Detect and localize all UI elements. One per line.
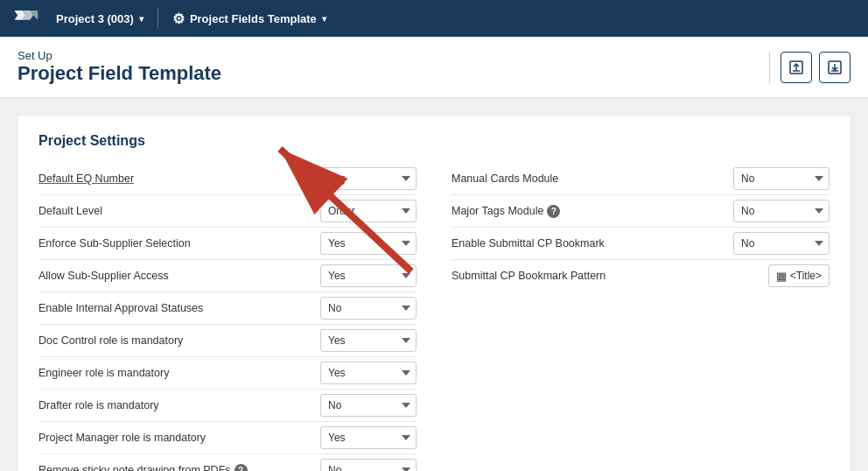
select-drafter-role[interactable]: NoYes — [320, 394, 416, 417]
select-enable-internal-approval[interactable]: NoYes — [320, 297, 416, 320]
control-default-eq-number: TagOrder — [320, 167, 416, 190]
control-manual-cards-module: NoYes — [733, 167, 830, 190]
page-title-group: Set Up Project Field Template — [18, 49, 221, 85]
breadcrumb-template[interactable]: ⚙ Project Fields Template ▾ — [165, 7, 333, 31]
page-subtitle: Set Up — [18, 49, 221, 62]
control-allow-sub-supplier: YesNo — [320, 264, 416, 287]
control-doc-control-role: YesNo — [320, 329, 416, 352]
setting-row-remove-sticky-note: Remove sticky note drawing from PDFs ? N… — [38, 454, 416, 471]
setting-row-manual-cards-module: Manual Cards Module NoYes — [452, 163, 830, 195]
page-title: Project Field Template — [18, 62, 221, 85]
control-enable-internal-approval: NoYes — [320, 297, 416, 320]
import-button[interactable] — [819, 52, 850, 83]
control-engineer-role: YesNo — [320, 362, 416, 384]
main-content: Project Settings Default EQ Number TagOr… — [0, 98, 868, 471]
select-default-level[interactable]: OrderTag — [320, 200, 416, 222]
label-engineer-role: Engineer role is mandatory — [38, 367, 320, 379]
label-default-eq-number: Default EQ Number — [38, 172, 320, 185]
label-drafter-role: Drafter role is mandatory — [38, 399, 320, 411]
setting-row-pm-role: Project Manager role is mandatory YesNo — [38, 422, 416, 454]
select-manual-cards-module[interactable]: NoYes — [733, 167, 830, 190]
control-major-tags-module: NoYes — [733, 200, 830, 222]
app-header: Project 3 (003) ▾ ⚙ Project Fields Templ… — [0, 0, 868, 37]
setting-row-drafter-role: Drafter role is mandatory NoYes — [38, 390, 416, 422]
label-remove-sticky-note: Remove sticky note drawing from PDFs ? — [38, 464, 320, 472]
setting-row-enable-internal-approval: Enable Internal Approval Statuses NoYes — [38, 292, 416, 325]
control-default-level: OrderTag — [320, 200, 416, 222]
gear-icon: ⚙ — [172, 11, 185, 27]
control-enable-submittal-cp: NoYes — [733, 232, 830, 255]
breadcrumb-project-label: Project 3 (003) — [56, 12, 134, 25]
select-enforce-sub-supplier[interactable]: YesNo — [320, 232, 416, 255]
select-default-eq-number[interactable]: TagOrder — [320, 167, 416, 190]
label-enforce-sub-supplier: Enforce Sub-Supplier Selection — [38, 237, 320, 250]
setting-row-default-eq-number: Default EQ Number TagOrder — [38, 163, 416, 195]
select-major-tags-module[interactable]: NoYes — [733, 200, 830, 222]
setting-row-submittal-cp-pattern: Submittal CP Bookmark Pattern ▦ <Title> — [452, 260, 830, 292]
actions-separator — [769, 52, 770, 83]
control-remove-sticky-note: NoYes — [320, 459, 416, 471]
app-logo[interactable] — [9, 2, 42, 35]
chevron-down-icon: ▾ — [139, 14, 144, 24]
setting-row-enforce-sub-supplier: Enforce Sub-Supplier Selection YesNo — [38, 228, 416, 260]
label-doc-control-role: Doc Control role is mandatory — [38, 334, 320, 347]
label-pm-role: Project Manager role is mandatory — [38, 432, 320, 444]
section-title: Project Settings — [38, 133, 830, 149]
label-manual-cards-module: Manual Cards Module — [452, 172, 733, 185]
label-major-tags-module: Major Tags Module ? — [452, 205, 733, 218]
label-enable-internal-approval: Enable Internal Approval Statuses — [38, 302, 320, 314]
breadcrumb-template-label: Project Fields Template — [190, 12, 317, 25]
label-enable-submittal-cp: Enable Submittal CP Bookmark — [452, 237, 733, 250]
select-doc-control-role[interactable]: YesNo — [320, 329, 416, 352]
label-default-level: Default Level — [38, 205, 320, 217]
control-drafter-role: NoYes — [320, 394, 416, 417]
control-submittal-cp-pattern: ▦ <Title> — [768, 264, 830, 287]
setting-row-default-level: Default Level OrderTag — [38, 195, 416, 228]
setting-row-enable-submittal-cp: Enable Submittal CP Bookmark NoYes — [452, 228, 830, 260]
pattern-label: <Title> — [790, 270, 822, 282]
select-pm-role[interactable]: YesNo — [320, 426, 416, 449]
select-remove-sticky-note[interactable]: NoYes — [320, 459, 416, 471]
control-pm-role: YesNo — [320, 426, 416, 449]
chevron-down-icon-2: ▾ — [322, 14, 326, 24]
setting-row-engineer-role: Engineer role is mandatory YesNo — [38, 357, 416, 390]
help-icon-remove-sticky[interactable]: ? — [234, 464, 248, 472]
setting-row-major-tags-module: Major Tags Module ? NoYes — [452, 195, 830, 228]
select-enable-submittal-cp[interactable]: NoYes — [733, 232, 830, 255]
right-settings-col: Manual Cards Module NoYes Major Tags Mod… — [452, 163, 830, 471]
breadcrumb-project[interactable]: Project 3 (003) ▾ — [49, 9, 150, 29]
settings-grid: Default EQ Number TagOrder Default Level… — [38, 163, 830, 471]
help-icon-major-tags[interactable]: ? — [547, 205, 560, 218]
breadcrumb-separator — [158, 8, 158, 29]
project-settings-card: Project Settings Default EQ Number TagOr… — [18, 116, 850, 471]
label-allow-sub-supplier: Allow Sub-Supplier Access — [38, 270, 320, 282]
left-settings-col: Default EQ Number TagOrder Default Level… — [38, 163, 416, 471]
setting-row-doc-control-role: Doc Control role is mandatory YesNo — [38, 325, 416, 357]
label-submittal-cp-pattern: Submittal CP Bookmark Pattern — [452, 270, 768, 282]
setting-row-allow-sub-supplier: Allow Sub-Supplier Access YesNo — [38, 260, 416, 292]
page-header: Set Up Project Field Template — [0, 37, 868, 98]
pattern-button-submittal-cp[interactable]: ▦ <Title> — [768, 264, 830, 287]
export-button[interactable] — [780, 52, 812, 83]
select-allow-sub-supplier[interactable]: YesNo — [320, 264, 416, 287]
control-enforce-sub-supplier: YesNo — [320, 232, 416, 255]
pattern-icon: ▦ — [776, 270, 787, 283]
page-header-actions — [769, 52, 850, 83]
select-engineer-role[interactable]: YesNo — [320, 362, 416, 384]
